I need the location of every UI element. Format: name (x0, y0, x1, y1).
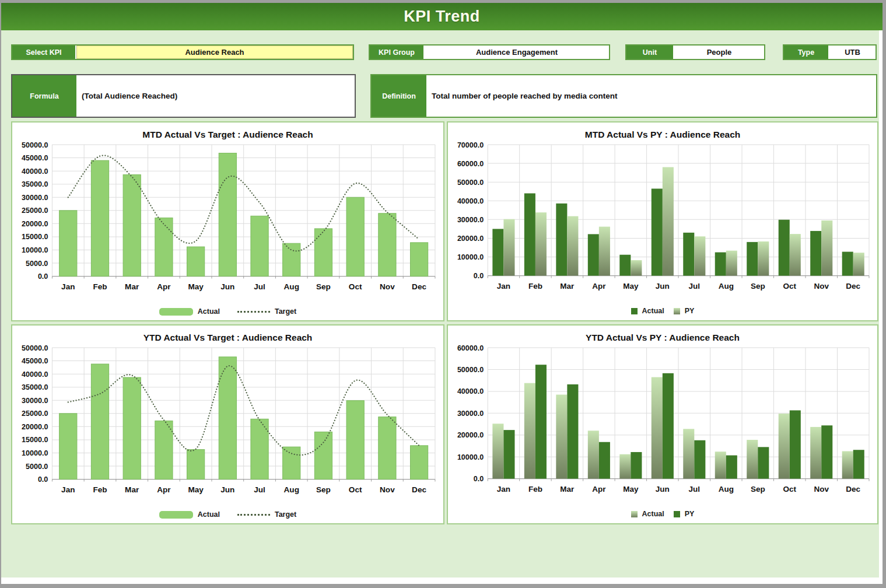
svg-text:25000.0: 25000.0 (22, 206, 48, 215)
svg-text:Jan: Jan (61, 282, 75, 291)
svg-text:50000.0: 50000.0 (457, 366, 484, 374)
chart-title: YTD Actual Vs PY : Audience Reach (451, 332, 874, 343)
legend-label: Target (275, 510, 296, 519)
svg-text:Nov: Nov (380, 485, 395, 494)
spacer (354, 44, 369, 60)
svg-text:30000.0: 30000.0 (457, 216, 484, 224)
svg-text:50000.0: 50000.0 (22, 141, 48, 149)
definition-field: Definition Total number of people reache… (370, 74, 877, 118)
select-kpi-dropdown[interactable]: Audience Reach (76, 46, 353, 59)
svg-text:Apr: Apr (157, 485, 171, 494)
type-field: Type UTB (783, 44, 877, 60)
svg-text:0.0: 0.0 (38, 272, 48, 281)
svg-text:Mar: Mar (125, 485, 139, 494)
svg-text:20000.0: 20000.0 (457, 235, 484, 243)
formula-label: Formula (12, 75, 76, 117)
legend-item-target: Target (237, 510, 296, 519)
unit-value: People (674, 46, 764, 59)
select-kpi-field: Select KPI Audience Reach (11, 44, 354, 60)
mtd-actual-vs-target-panel[interactable]: MTD Actual Vs Target : Audience Reach 0.… (11, 121, 444, 321)
spacer (765, 44, 783, 60)
svg-text:Dec: Dec (412, 485, 426, 494)
svg-text:5000.0: 5000.0 (26, 260, 48, 268)
svg-text:Mar: Mar (125, 282, 139, 291)
actual-bar-swatch-icon (159, 511, 193, 519)
svg-text:Aug: Aug (284, 282, 299, 291)
svg-text:35000.0: 35000.0 (22, 180, 48, 188)
svg-text:Oct: Oct (349, 485, 362, 494)
type-value: UTB (829, 46, 876, 59)
kpi-group-label: KPI Group (370, 46, 425, 59)
svg-text:20000.0: 20000.0 (22, 423, 48, 431)
ytd-actual-vs-target-panel[interactable]: YTD Actual Vs Target : Audience Reach 0.… (11, 324, 444, 524)
svg-text:Dec: Dec (846, 485, 860, 494)
legend-label: Actual (198, 510, 220, 519)
type-label: Type (784, 46, 829, 59)
svg-text:Feb: Feb (93, 282, 107, 291)
select-kpi-label: Select KPI (12, 46, 76, 59)
svg-text:20000.0: 20000.0 (457, 431, 484, 439)
chart-title: MTD Actual Vs PY : Audience Reach (451, 130, 874, 140)
py-square-swatch-icon (674, 308, 680, 314)
svg-text:10000.0: 10000.0 (22, 246, 48, 254)
kpi-fields-row: Select KPI Audience Reach KPI Group Audi… (11, 44, 879, 60)
svg-text:Mar: Mar (560, 485, 575, 494)
svg-text:60000.0: 60000.0 (457, 344, 484, 352)
svg-text:45000.0: 45000.0 (22, 154, 48, 162)
page-title: KPI Trend (404, 8, 480, 26)
dashboard-body: Select KPI Audience Reach KPI Group Audi… (1, 30, 879, 578)
svg-text:Jul: Jul (254, 282, 265, 291)
svg-text:Aug: Aug (719, 282, 734, 290)
svg-text:Jun: Jun (656, 485, 670, 494)
ytd-actual-vs-py-chart[interactable]: 0.010000.020000.030000.040000.050000.060… (451, 344, 874, 507)
svg-text:40000.0: 40000.0 (22, 167, 48, 176)
svg-text:Oct: Oct (783, 282, 796, 290)
legend-label: Actual (642, 307, 664, 315)
target-dotted-line-icon (237, 514, 270, 516)
kpi-group-field: KPI Group Audience Engagement (369, 44, 610, 60)
formula-field: Formula (Total Audience Reached) (11, 74, 356, 118)
dashboard-window: KPI Trend Select KPI Audience Reach KPI … (1, 3, 883, 584)
svg-text:30000.0: 30000.0 (457, 410, 484, 418)
legend-item-actual: Actual (631, 307, 664, 315)
actual-square-swatch-icon (631, 511, 638, 517)
svg-text:25000.0: 25000.0 (22, 410, 48, 418)
definition-value: Total number of people reached by media … (426, 75, 876, 117)
svg-text:Jan: Jan (497, 282, 510, 290)
svg-text:Dec: Dec (412, 282, 426, 291)
legend-item-py: PY (674, 510, 695, 518)
mtd-actual-vs-target-chart[interactable]: 0.05000.010000.015000.020000.025000.0300… (16, 141, 440, 304)
svg-text:Sep: Sep (316, 282, 331, 291)
svg-text:10000.0: 10000.0 (457, 453, 484, 461)
svg-text:Apr: Apr (592, 282, 606, 290)
svg-text:40000.0: 40000.0 (457, 387, 484, 396)
legend-label: PY (685, 307, 695, 315)
legend-label: Actual (642, 510, 664, 518)
svg-text:10000.0: 10000.0 (457, 253, 484, 261)
svg-text:60000.0: 60000.0 (457, 160, 484, 168)
svg-text:Oct: Oct (783, 485, 796, 494)
svg-text:Jun: Jun (220, 485, 234, 494)
svg-text:Jun: Jun (220, 282, 234, 291)
formula-definition-row: Formula (Total Audience Reached) Definit… (11, 74, 879, 118)
legend-label: PY (685, 510, 695, 518)
svg-text:Jun: Jun (656, 282, 670, 290)
mtd-actual-vs-py-panel[interactable]: MTD Actual Vs PY : Audience Reach 0.0100… (447, 121, 878, 321)
svg-text:May: May (188, 485, 204, 494)
svg-text:Apr: Apr (157, 282, 171, 291)
ytd-actual-vs-target-chart[interactable]: 0.05000.010000.015000.020000.025000.0300… (16, 344, 440, 508)
legend-item-target: Target (237, 307, 296, 316)
svg-text:Aug: Aug (284, 485, 299, 494)
svg-text:Aug: Aug (719, 485, 734, 494)
svg-text:May: May (623, 282, 639, 290)
svg-text:Nov: Nov (814, 485, 829, 494)
svg-text:10000.0: 10000.0 (22, 449, 48, 457)
legend-label: Target (275, 307, 296, 316)
mtd-actual-vs-py-chart[interactable]: 0.010000.020000.030000.040000.050000.060… (451, 141, 874, 304)
svg-text:Jul: Jul (689, 485, 701, 494)
chart-title: MTD Actual Vs Target : Audience Reach (16, 130, 440, 140)
svg-text:50000.0: 50000.0 (22, 344, 48, 352)
svg-text:0.0: 0.0 (38, 475, 48, 484)
ytd-actual-vs-py-panel[interactable]: YTD Actual Vs PY : Audience Reach 0.0100… (447, 324, 878, 524)
svg-text:15000.0: 15000.0 (22, 436, 48, 444)
